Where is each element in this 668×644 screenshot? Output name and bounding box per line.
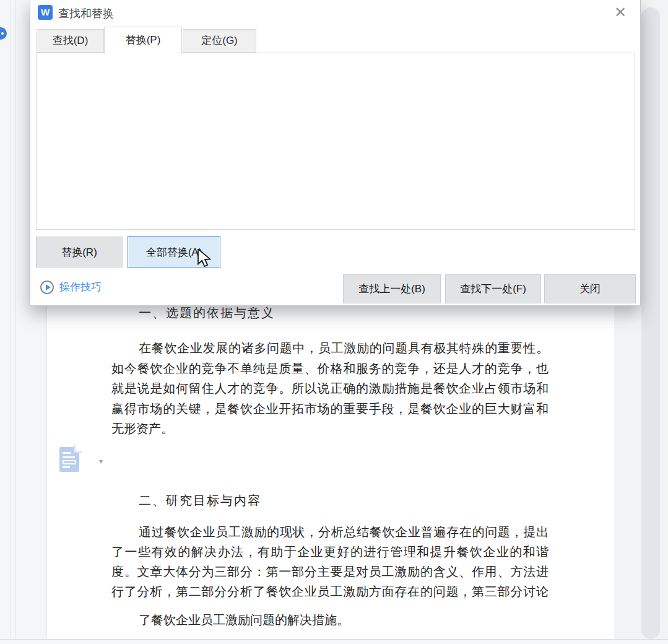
doc-line: 如今餐饮企业的竞争不单纯是质量、价格和服务的竞争，还是人才的竞争，也: [111, 360, 549, 378]
scrollbar-thumb[interactable]: [641, 7, 660, 639]
tab-goto[interactable]: 定位(G): [183, 29, 256, 53]
close-button[interactable]: 关闭: [544, 274, 636, 303]
doc-line: 行了分析，第二部分分析了餐饮企业员工激励方面存在的问题，第三部分讨论: [111, 583, 549, 601]
status-bar: [0, 639, 668, 644]
form-groupbox: [36, 53, 635, 230]
tab-find[interactable]: 查找(D): [37, 29, 104, 53]
panel-divider: [15, 0, 16, 639]
paste-options-icon[interactable]: [59, 447, 79, 472]
dialog-title: 查找和替换: [58, 6, 114, 21]
play-icon: [40, 281, 54, 294]
panel-divider: [11, 0, 11, 639]
find-next-button[interactable]: 查找下一处(F): [445, 274, 541, 303]
tips-link[interactable]: 操作技巧: [40, 280, 102, 294]
doc-line: 无形资产。: [111, 420, 549, 438]
close-icon[interactable]: ✕: [614, 4, 627, 21]
doc-line: 通过餐饮企业员工激励的现状，分析总结餐饮企业普遍存在的问题，提出: [139, 524, 549, 541]
screen: 一、选题的依据与意义 在餐饮企业发展的诸多问题中，员工激励的问题具有极其特殊的重…: [0, 0, 668, 644]
doc-line: 就是说是如何留住人才的竞争。所以说正确的激励措施是餐饮企业占领市场和: [111, 380, 549, 398]
mouse-cursor: [197, 249, 213, 270]
doc-heading-1: 一、选题的依据与意义: [139, 305, 275, 321]
doc-line: 度。文章大体分为三部分：第一部分主要是对员工激励的含义、作用、方法进: [111, 564, 549, 581]
paste-options-dropdown-icon[interactable]: ▾: [99, 457, 103, 466]
find-previous-button[interactable]: 查找上一处(B): [343, 274, 441, 303]
doc-line: 赢得市场的关键，是餐饮企业开拓市场的重要手段，是餐饮企业的巨大财富和: [111, 401, 549, 418]
tab-replace[interactable]: 替换(P): [104, 27, 182, 54]
find-replace-dialog: W 查找和替换 ✕ 查找(D) 替换(P) 定位(G) 查找内容(N): 选项:…: [30, 0, 641, 306]
wps-writer-icon: W: [38, 5, 53, 20]
doc-heading-2: 二、研究目标与内容: [139, 492, 261, 509]
doc-line: 在餐饮企业发展的诸多问题中，员工激励的问题具有极其特殊的重要性。: [139, 340, 549, 357]
doc-line: 了餐饮企业员工激励问题的解决措施。: [139, 612, 549, 629]
doc-line: 了一些有效的解决办法，有助于企业更好的进行管理和提升餐饮企业的和谐: [111, 544, 549, 561]
replace-button[interactable]: 替换(R): [36, 237, 123, 268]
tips-label: 操作技巧: [59, 280, 102, 294]
